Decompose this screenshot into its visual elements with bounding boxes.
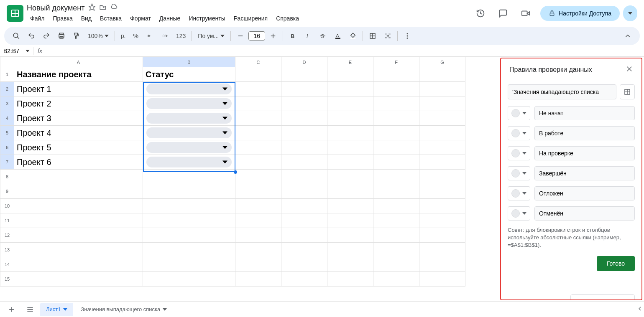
row-header[interactable]: 10 [0, 199, 14, 213]
row-header[interactable]: 7 [0, 155, 14, 170]
more-formats-btn[interactable]: 123 [173, 31, 189, 41]
color-picker[interactable] [508, 166, 530, 180]
row-header[interactable]: 1 [0, 67, 14, 82]
meet-icon[interactable] [518, 5, 534, 21]
option-input[interactable] [534, 166, 635, 180]
fill-color-icon[interactable] [346, 30, 360, 42]
cell-a1[interactable]: Название проекта [14, 67, 143, 82]
redo-icon[interactable] [39, 30, 54, 42]
paint-format-icon[interactable] [69, 30, 84, 42]
decrease-font-icon[interactable] [233, 30, 248, 42]
currency-btn[interactable]: р. [118, 31, 129, 41]
more-icon[interactable] [400, 30, 414, 42]
sheets-logo[interactable] [7, 5, 23, 22]
row-header[interactable]: 13 [0, 243, 14, 257]
cell-dropdown[interactable] [143, 155, 235, 170]
menu-insert[interactable]: Вставка [97, 13, 125, 23]
menu-data[interactable]: Данные [156, 13, 184, 23]
color-picker[interactable] [508, 146, 530, 160]
color-picker[interactable] [508, 106, 530, 120]
star-icon[interactable] [88, 3, 96, 13]
strikethrough-icon[interactable]: S [316, 30, 330, 42]
sheet-tab[interactable]: Значения выпадающего списка [75, 303, 173, 316]
cell-dropdown[interactable] [143, 82, 235, 96]
row-header[interactable]: 4 [0, 111, 14, 126]
col-header-b[interactable]: B [143, 57, 235, 67]
history-icon[interactable] [473, 5, 488, 21]
increase-font-icon[interactable] [266, 30, 280, 42]
col-header-f[interactable]: F [373, 57, 419, 67]
cell[interactable]: Проект 2 [14, 96, 143, 111]
col-header-e[interactable]: E [327, 57, 373, 67]
option-input[interactable] [534, 186, 635, 200]
color-picker[interactable] [508, 206, 530, 221]
row-header[interactable]: 6 [0, 140, 14, 155]
share-dropdown[interactable] [623, 5, 637, 21]
row-header[interactable]: 3 [0, 96, 14, 111]
cell[interactable]: Проект 1 [14, 82, 143, 96]
row-header[interactable]: 11 [0, 213, 14, 228]
percent-btn[interactable]: % [130, 31, 142, 41]
color-picker[interactable] [508, 126, 530, 140]
name-box[interactable]: B2:B7 [0, 47, 33, 55]
cell-dropdown[interactable] [143, 126, 235, 140]
bold-icon[interactable]: B [286, 30, 300, 42]
row-header[interactable]: 14 [0, 257, 14, 272]
col-header-a[interactable]: A [14, 57, 143, 67]
decrease-decimal-icon[interactable]: .0 [143, 30, 157, 42]
cell-b1[interactable]: Статус [143, 67, 235, 82]
cell-dropdown[interactable] [143, 111, 235, 126]
undo-icon[interactable] [24, 30, 38, 42]
close-icon[interactable] [626, 65, 633, 74]
italic-icon[interactable]: I [301, 30, 315, 42]
add-sheet-icon[interactable] [3, 303, 20, 316]
menu-extensions[interactable]: Расширения [230, 13, 271, 23]
spreadsheet-grid[interactable]: A B C D E F G 1Название проектаСтатус 2П… [0, 57, 465, 287]
row-header[interactable]: 12 [0, 228, 14, 243]
done-button[interactable]: Готово [597, 256, 635, 271]
color-picker[interactable] [508, 186, 530, 200]
delete-rule-button[interactable]: Удалить правило [570, 294, 635, 299]
menu-format[interactable]: Формат [127, 13, 154, 23]
doc-title[interactable]: Новый документ [27, 4, 85, 13]
borders-icon[interactable] [365, 30, 380, 42]
option-input[interactable] [534, 146, 635, 160]
cell[interactable]: Проект 4 [14, 126, 143, 140]
option-input[interactable] [534, 106, 635, 120]
option-input[interactable] [534, 206, 635, 221]
row-header[interactable]: 5 [0, 126, 14, 140]
comment-icon[interactable] [495, 5, 511, 21]
row-header[interactable]: 2 [0, 82, 14, 96]
menu-help[interactable]: Справка [273, 13, 302, 23]
menu-tools[interactable]: Инструменты [185, 13, 228, 23]
col-header-c[interactable]: C [235, 57, 281, 67]
cell[interactable]: Проект 6 [14, 155, 143, 170]
search-icon[interactable] [9, 30, 23, 42]
menu-edit[interactable]: Правка [49, 13, 76, 23]
font-select[interactable]: По ум... [194, 31, 228, 41]
option-input[interactable] [534, 126, 635, 140]
zoom-select[interactable]: 100% [84, 31, 112, 41]
cell[interactable]: Проект 3 [14, 111, 143, 126]
increase-decimal-icon[interactable]: .00 [158, 30, 172, 42]
move-icon[interactable] [99, 3, 107, 13]
share-button[interactable]: Настройки Доступа [540, 6, 620, 21]
select-range-icon[interactable] [620, 84, 635, 99]
menu-view[interactable]: Вид [78, 13, 95, 23]
collapse-toolbar-icon[interactable] [621, 30, 635, 42]
row-header[interactable]: 15 [0, 272, 14, 287]
range-input[interactable] [508, 84, 616, 99]
cell[interactable]: Проект 5 [14, 140, 143, 155]
text-color-icon[interactable]: A [331, 30, 345, 42]
cloud-icon[interactable] [110, 3, 118, 13]
sheet-tab-active[interactable]: Лист1 [40, 303, 73, 316]
font-size-input[interactable] [248, 31, 265, 41]
selection-handle[interactable] [234, 170, 237, 174]
print-icon[interactable] [54, 30, 69, 42]
merge-icon[interactable] [381, 30, 395, 42]
expand-sidebar-icon[interactable] [636, 305, 643, 314]
col-header-g[interactable]: G [419, 57, 465, 67]
all-sheets-icon[interactable] [22, 303, 38, 316]
menu-file[interactable]: Файл [27, 13, 48, 23]
cell-dropdown[interactable] [143, 140, 235, 155]
